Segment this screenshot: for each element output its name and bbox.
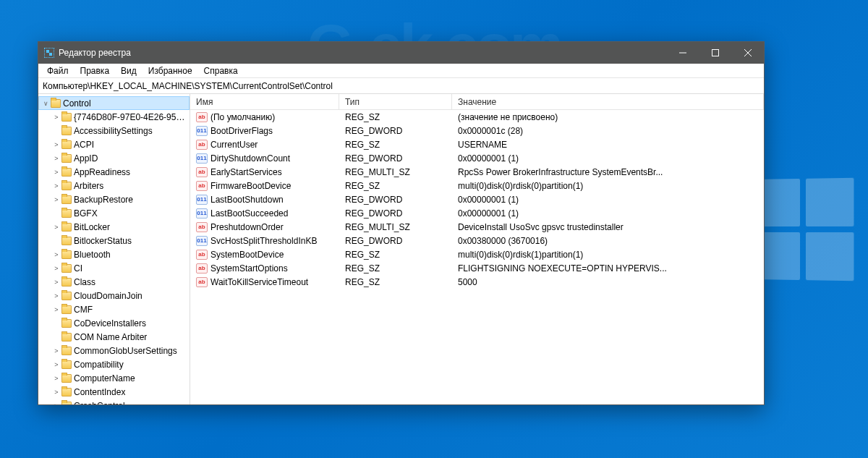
value-type: REG_DWORD (339, 195, 452, 205)
string-value-icon: ab (196, 222, 208, 232)
tree-label: ContentIndex (74, 387, 125, 397)
titlebar[interactable]: Редактор реестра (38, 42, 764, 64)
tree-pane[interactable]: ∨ Control >{7746D80F-97E0-4E26-9543-Acce… (38, 94, 190, 404)
tree-node[interactable]: >Compatibility (38, 357, 190, 371)
string-value-icon: ab (196, 250, 208, 260)
value-type: REG_MULTI_SZ (339, 167, 452, 177)
tree-node[interactable]: CoDeviceInstallers (38, 316, 190, 330)
value-row[interactable]: 011BootDriverFlagsREG_DWORD0x0000001c (2… (190, 124, 764, 137)
value-name: PreshutdownOrder (210, 222, 284, 232)
binary-value-icon: 011 (196, 153, 208, 164)
expand-icon[interactable]: > (51, 279, 61, 286)
value-row[interactable]: 011SvcHostSplitThresholdInKBREG_DWORD0x0… (190, 234, 764, 247)
value-row[interactable]: 011DirtyShutdownCountREG_DWORD0x00000001… (190, 151, 764, 165)
header-name[interactable]: Имя (190, 94, 339, 109)
tree-node[interactable]: AccessibilitySettings (38, 124, 190, 137)
expand-icon[interactable]: > (51, 306, 61, 313)
menu-edit[interactable]: Правка (75, 64, 116, 77)
value-type: REG_SZ (339, 277, 452, 287)
header-value[interactable]: Значение (452, 94, 764, 109)
tree-label: Class (74, 277, 95, 287)
folder-icon (61, 209, 72, 218)
tree-node[interactable]: BitlockerStatus (38, 234, 190, 247)
expand-icon[interactable]: > (51, 182, 61, 190)
tree-node[interactable]: >ACPI (38, 137, 190, 151)
expand-icon[interactable]: > (51, 155, 61, 162)
folder-icon (61, 154, 72, 163)
tree-node[interactable]: >AppReadiness (38, 165, 190, 179)
folder-icon (51, 99, 61, 108)
tree-label: CoDeviceInstallers (74, 318, 146, 328)
menu-file[interactable]: Файл (41, 64, 75, 77)
value-name: DirtyShutdownCount (210, 153, 290, 164)
tree-label: BitLocker (74, 222, 110, 232)
tree-label: Compatibility (74, 360, 124, 370)
value-row[interactable]: abSystemStartOptionsREG_SZ FLIGHTSIGNING… (190, 261, 764, 275)
maximize-button[interactable] (699, 42, 731, 64)
menu-help[interactable]: Справка (198, 64, 244, 77)
expand-icon[interactable]: > (51, 375, 61, 382)
tree-node[interactable]: >Class (38, 275, 190, 289)
tree-label: ACPI (74, 140, 94, 150)
tree-node[interactable]: >Bluetooth (38, 247, 190, 261)
tree-node[interactable]: COM Name Arbiter (38, 330, 190, 344)
tree-node[interactable]: >CI (38, 261, 190, 275)
value-row[interactable]: 011LastBootShutdownREG_DWORD0x00000001 (… (190, 192, 764, 206)
value-row[interactable]: abWaitToKillServiceTimeoutREG_SZ5000 (190, 275, 764, 289)
tree-node[interactable]: BGFX (38, 206, 190, 220)
content-area: ∨ Control >{7746D80F-97E0-4E26-9543-Acce… (38, 94, 764, 404)
value-row[interactable]: abCurrentUserREG_SZUSERNAME (190, 137, 764, 151)
close-button[interactable] (731, 42, 764, 64)
expand-icon[interactable]: > (51, 224, 61, 231)
value-row[interactable]: abPreshutdownOrderREG_MULTI_SZDeviceInst… (190, 220, 764, 234)
value-data: FLIGHTSIGNING NOEXECUTE=OPTIN HYPERVIS..… (452, 263, 764, 273)
tree-node[interactable]: >ComputerName (38, 371, 190, 385)
value-row[interactable]: 011LastBootSucceededREG_DWORD0x00000001 … (190, 206, 764, 220)
tree-node[interactable]: >ContentIndex (38, 385, 190, 399)
value-name: SystemBootDevice (210, 250, 284, 260)
tree-node[interactable]: >CloudDomainJoin (38, 289, 190, 302)
value-row[interactable]: abEarlyStartServicesREG_MULTI_SZRpcSs Po… (190, 165, 764, 179)
tree-node[interactable]: >AppID (38, 151, 190, 165)
value-row[interactable]: abSystemBootDeviceREG_SZmulti(0)disk(0)r… (190, 247, 764, 261)
tree-node[interactable]: >BackupRestore (38, 192, 190, 206)
expand-icon[interactable]: > (51, 389, 61, 396)
tree-node[interactable]: >CommonGlobUserSettings (38, 344, 190, 357)
window-title: Редактор реестра (59, 48, 666, 58)
expand-icon[interactable]: > (51, 361, 61, 368)
collapse-icon[interactable]: ∨ (41, 100, 51, 107)
binary-value-icon: 011 (196, 208, 208, 219)
folder-icon (61, 333, 72, 342)
expand-icon[interactable]: > (51, 251, 61, 258)
expand-icon[interactable]: > (51, 141, 61, 148)
expand-icon[interactable]: > (51, 169, 61, 176)
tree-node[interactable]: >CMF (38, 302, 190, 316)
header-type[interactable]: Тип (339, 94, 452, 109)
menu-view[interactable]: Вид (115, 64, 142, 77)
expand-icon[interactable]: > (51, 347, 61, 355)
tree-node[interactable]: >CrashControl (38, 399, 190, 404)
tree-node[interactable]: >BitLocker (38, 220, 190, 234)
expand-icon[interactable]: > (51, 114, 61, 121)
address-input[interactable] (43, 81, 760, 91)
folder-icon (61, 388, 72, 396)
values-pane[interactable]: Имя Тип Значение ab(По умолчанию)REG_SZ(… (190, 94, 764, 404)
expand-icon[interactable]: > (51, 196, 61, 203)
string-value-icon: ab (196, 181, 208, 191)
expand-icon[interactable]: > (51, 265, 61, 272)
svg-rect-1 (712, 50, 718, 56)
expand-icon[interactable]: > (51, 292, 61, 300)
value-name: BootDriverFlags (210, 126, 273, 136)
folder-icon (61, 305, 72, 314)
string-value-icon: ab (196, 263, 208, 273)
tree-node-control[interactable]: ∨ Control (38, 96, 190, 110)
minimize-button[interactable] (666, 42, 699, 64)
value-data: multi(0)disk(0)rdisk(0)partition(1) (452, 181, 764, 191)
value-row[interactable]: abFirmwareBootDeviceREG_SZmulti(0)disk(0… (190, 179, 764, 192)
menu-favorites[interactable]: Избранное (142, 64, 198, 77)
value-type: REG_SZ (339, 263, 452, 273)
tree-node[interactable]: >{7746D80F-97E0-4E26-9543- (38, 110, 190, 124)
value-row[interactable]: ab(По умолчанию)REG_SZ(значение не присв… (190, 110, 764, 124)
expand-icon[interactable]: > (51, 402, 61, 405)
tree-node[interactable]: >Arbiters (38, 179, 190, 192)
